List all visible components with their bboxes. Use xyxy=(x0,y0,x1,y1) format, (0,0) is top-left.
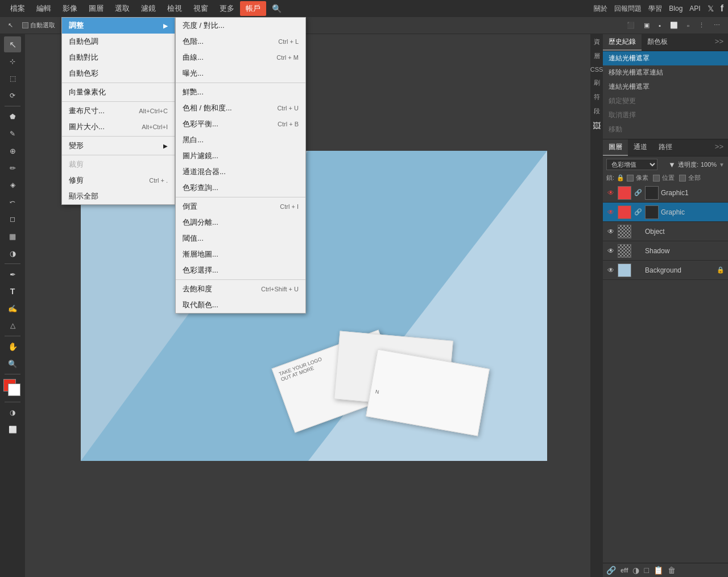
side-icon-brush[interactable]: 刷 xyxy=(594,79,600,87)
api-link[interactable]: API xyxy=(689,5,700,13)
adjust-curves[interactable]: 曲線... Ctrl + M xyxy=(176,50,305,65)
adjust-threshold[interactable]: 閾值... xyxy=(176,230,305,246)
adjust-photo-filter[interactable]: 圖片濾鏡... xyxy=(176,148,305,164)
menu-item-filter[interactable]: 濾鏡 xyxy=(135,1,162,16)
tool-brush[interactable]: ✏ xyxy=(4,160,21,176)
layer-eye-object[interactable]: 👁 xyxy=(606,227,615,236)
tool-eyedropper[interactable]: ✎ xyxy=(4,126,21,142)
opacity-arrow[interactable]: ▼ xyxy=(719,162,725,168)
history-item-3[interactable]: 鎖定變更 xyxy=(603,94,728,108)
menu-item-window[interactable]: 視窗 xyxy=(188,1,214,16)
layer-row-shadow[interactable]: 👁 Shadow xyxy=(603,241,728,261)
auto-select-checkbox[interactable]: 自動選取 xyxy=(19,19,59,31)
adjust-gradient-map[interactable]: 漸層地圖... xyxy=(176,246,305,262)
layer-eye-background[interactable]: 👁 xyxy=(606,266,615,275)
menu-item-edit[interactable]: 編輯 xyxy=(31,1,57,16)
side-icon-layer[interactable]: 層 xyxy=(594,52,600,60)
search-icon[interactable]: 🔍 xyxy=(266,2,287,15)
side-icon-css[interactable]: CSS xyxy=(590,66,603,73)
menu-item-file[interactable]: 檔案 xyxy=(5,1,31,16)
adjust-invert[interactable]: 倒置 Ctrl + I xyxy=(176,199,305,215)
lock-all-check[interactable] xyxy=(679,175,686,182)
image-menu-item-canvas-size[interactable]: 畫布尺寸... Alt+Ctrl+C xyxy=(62,103,175,119)
blend-mode-arrow[interactable]: ▼ xyxy=(668,160,676,169)
tab-layers[interactable]: 圖層 xyxy=(603,139,628,156)
layer-eye-graphic[interactable]: 👁 xyxy=(606,208,615,217)
adjust-selective-color[interactable]: 色彩選擇... xyxy=(176,262,305,278)
layer-link-graphic1[interactable]: 🔗 xyxy=(634,188,643,197)
layer-eye-shadow[interactable]: 👁 xyxy=(606,246,615,255)
align-right-icon[interactable]: ▪ xyxy=(655,20,664,31)
tool-gradient[interactable]: ▦ xyxy=(4,228,21,244)
layer-row-graphic[interactable]: 👁 🔗 Graphic xyxy=(603,203,728,222)
layer-row-background[interactable]: 👁 Background 🔒 xyxy=(603,261,728,280)
align-middle-icon[interactable]: ▫ xyxy=(684,20,693,31)
layer-link-graphic[interactable]: 🔗 xyxy=(634,208,643,217)
facebook-icon[interactable]: f xyxy=(721,3,723,14)
image-menu-item-image-size[interactable]: 圖片大小... Alt+Ctrl+I xyxy=(62,119,175,135)
add-layer-icon[interactable]: 📋 xyxy=(653,566,663,575)
image-menu-item-auto-tone[interactable]: 自動色調 xyxy=(62,34,175,50)
image-menu-item-auto-color[interactable]: 自動色彩 xyxy=(62,65,175,81)
about-link[interactable]: 關於 xyxy=(594,4,607,14)
tool-pen[interactable]: ✒ xyxy=(4,266,21,282)
tool-clone[interactable]: ◈ xyxy=(4,177,21,193)
layer-row-object[interactable]: 👁 Object xyxy=(603,222,728,241)
tool-hand[interactable]: ✋ xyxy=(4,339,21,355)
opacity-value[interactable]: 100% xyxy=(701,161,717,168)
side-icon-symbol[interactable]: 符 xyxy=(594,93,600,101)
image-menu-item-auto-contrast[interactable]: 自動對比 xyxy=(62,50,175,65)
tool-path[interactable]: ✍ xyxy=(4,300,21,316)
tab-paths[interactable]: 路徑 xyxy=(653,139,678,156)
distribute2-icon[interactable]: ⋯ xyxy=(710,20,723,31)
fx-icon[interactable]: eff xyxy=(621,567,628,574)
panel-expand-arrow[interactable]: >> xyxy=(710,34,728,51)
adjust-vibrance[interactable]: 鮮艷... xyxy=(176,84,305,100)
align-top-icon[interactable]: ⬜ xyxy=(667,20,681,31)
adjust-levels[interactable]: 色階... Ctrl + L xyxy=(176,34,305,50)
tool-zoom[interactable]: 🔍 xyxy=(4,356,21,372)
image-menu-item-adjust[interactable]: 調整 ▶ xyxy=(62,18,175,34)
add-mask-icon[interactable]: ◑ xyxy=(632,566,639,575)
image-menu-item-transform[interactable]: 變形 ▶ xyxy=(62,138,175,154)
tab-history[interactable]: 歷史紀錄 xyxy=(603,34,642,51)
distribute-icon[interactable]: ⋮ xyxy=(695,20,708,31)
adjust-color-balance[interactable]: 色彩平衡... Ctrl + B xyxy=(176,116,305,132)
layers-panel-expand[interactable]: >> xyxy=(710,139,728,156)
blog-link[interactable]: Blog xyxy=(669,5,682,13)
lock-pixel-check[interactable] xyxy=(627,175,634,182)
tool-crop[interactable]: ⬟ xyxy=(4,109,21,125)
blend-mode-select[interactable]: 色彩增值 xyxy=(606,159,657,170)
image-menu-item-trim[interactable]: 修剪 Ctrl + . xyxy=(62,172,175,188)
adjust-hue-saturation[interactable]: 色相 / 飽和度... Ctrl + U xyxy=(176,100,305,116)
adjust-posterize[interactable]: 色調分離... xyxy=(176,215,305,230)
history-item-0[interactable]: 連結光柵遮罩 xyxy=(603,51,728,65)
delete-layer-icon[interactable]: 🗑 xyxy=(668,566,676,575)
adjust-black-white[interactable]: 黑白... xyxy=(176,132,305,148)
tool-dodge[interactable]: ◑ xyxy=(4,245,21,261)
tool-move[interactable]: ↖ xyxy=(4,36,21,52)
side-icon-text[interactable]: 段 xyxy=(594,107,600,116)
adjust-replace-color[interactable]: 取代顏色... xyxy=(176,297,305,313)
tool-marquee[interactable]: ⬚ xyxy=(4,71,21,86)
tool-history[interactable]: ⤺ xyxy=(4,194,21,210)
twitter-icon[interactable]: 𝕏 xyxy=(708,4,714,13)
add-group-icon[interactable]: □ xyxy=(644,566,648,575)
move-tool-icon[interactable]: ↖ xyxy=(5,20,16,31)
history-item-5[interactable]: 移動 xyxy=(603,122,728,137)
learn-link[interactable]: 學習 xyxy=(648,4,662,14)
adjust-brightness[interactable]: 亮度 / 對比... xyxy=(176,18,305,34)
side-icon-resource[interactable]: 資 xyxy=(594,38,600,46)
tool-healing[interactable]: ⊕ xyxy=(4,143,21,159)
align-center-icon[interactable]: ▣ xyxy=(640,20,653,31)
tab-channels[interactable]: 通道 xyxy=(628,139,653,156)
menu-item-layer[interactable]: 圖層 xyxy=(83,1,109,16)
history-item-4[interactable]: 取消選擇 xyxy=(603,108,728,122)
screen-mode-icon[interactable]: ⬜ xyxy=(4,422,21,438)
report-link[interactable]: 回報問題 xyxy=(614,4,642,14)
align-left-icon[interactable]: ⬛ xyxy=(623,20,638,31)
menu-item-view[interactable]: 檢視 xyxy=(162,1,188,16)
background-color[interactable] xyxy=(8,384,20,396)
layer-eye-graphic1[interactable]: 👁 xyxy=(606,188,615,197)
link-layers-icon[interactable]: 🔗 xyxy=(606,566,616,575)
